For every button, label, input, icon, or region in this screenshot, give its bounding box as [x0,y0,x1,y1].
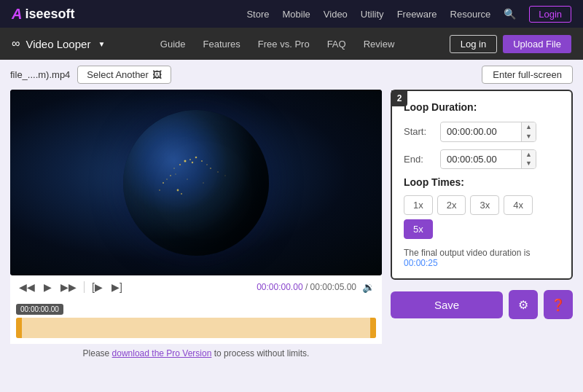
forward-button[interactable]: ▶▶ [59,280,78,294]
video-earth-display [10,90,382,275]
timeline-track[interactable] [16,318,376,338]
video-section: ◀◀ ▶ ▶▶ [▶ ▶] 00:00:00.00 / 00:00:05.00 … [10,90,382,386]
sub-nav-links: Guide Features Free vs. Pro FAQ Review [160,39,394,50]
svg-point-15 [224,175,225,176]
end-time-spinners: ▲ ▼ [521,150,536,169]
file-name: file_....m).mp4 [10,69,70,80]
sub-navigation: ∞ Video Looper ▼ Guide Features Free vs.… [0,28,583,60]
fullscreen-button[interactable]: Enter full-screen [482,66,573,84]
svg-point-1 [189,159,191,160]
help-button[interactable]: ❓ [544,290,573,319]
end-time-increment[interactable]: ▲ [522,150,536,160]
sub-nav-features[interactable]: Features [203,39,240,50]
file-toolbar: file_....m).mp4 Select Another 🖼 Enter f… [0,60,583,90]
download-suffix: to process without limits. [214,348,310,358]
start-label: Start: [404,126,433,137]
loop-times-options: 1x 2x 3x 4x 5x [404,195,560,239]
city-lights [123,110,269,256]
question-icon: ❓ [551,298,566,312]
svg-point-0 [184,160,187,162]
time-separator: / [305,282,308,292]
total-time: 00:00:05.00 [310,282,356,292]
svg-point-14 [166,179,168,180]
svg-point-10 [210,168,211,169]
file-info: file_....m).mp4 Select Another 🖼 [10,66,171,84]
end-time-decrement[interactable]: ▼ [522,159,536,168]
sub-nav-title: Video Looper [26,38,90,50]
svg-point-5 [195,156,197,158]
play-button[interactable]: ▶ [42,280,53,294]
svg-point-9 [175,173,176,174]
start-time-increment[interactable]: ▲ [522,122,536,132]
search-button[interactable]: 🔍 [504,8,516,20]
output-prefix: The final output video duration is [404,248,530,258]
loop-5x-button[interactable]: 5x [404,219,433,239]
timeline-time-label: 00:00:00.00 [16,304,63,315]
current-time: 00:00:00.00 [257,282,302,292]
end-time-input[interactable] [441,151,521,168]
nav-freeware[interactable]: Freeware [397,9,437,20]
svg-point-6 [201,160,203,162]
nav-utility[interactable]: Utility [361,9,384,20]
loop-times-title: Loop Times: [404,176,560,188]
top-nav-links: Store Mobile Video Utility Freeware Reso… [246,6,571,23]
svg-point-2 [179,164,181,165]
dropdown-arrow-icon[interactable]: ▼ [98,40,105,48]
svg-point-11 [217,171,219,173]
output-duration-value: 00:00:25 [404,258,438,268]
upload-file-button[interactable]: Upload File [503,35,571,53]
top-login-button[interactable]: Login [529,6,571,23]
start-time-decrement[interactable]: ▼ [522,132,536,141]
sub-nav-guide[interactable]: Guide [160,39,186,50]
svg-point-17 [181,193,182,195]
download-prefix: Please [83,348,112,358]
video-controls: ◀◀ ▶ ▶▶ [▶ ▶] 00:00:00.00 / 00:00:05.00 … [10,275,382,299]
download-notice: Please download the Pro Version to proce… [10,348,382,358]
timeline-area: 00:00:00.00 [10,299,382,344]
svg-point-16 [177,189,179,191]
nav-mobile[interactable]: Mobile [283,9,310,20]
monitor-icon: 🖼 [152,69,162,80]
sub-login-button[interactable]: Log in [450,35,497,53]
right-panel: 2 Loop Duration: Start: ▲ ▼ End: [391,90,573,386]
svg-point-4 [173,168,175,169]
nav-resource[interactable]: Resource [450,9,491,20]
save-bar: Save ⚙ ❓ [391,290,573,319]
start-time-row: Start: ▲ ▼ [404,122,560,142]
loop-duration-title: Loop Duration: [404,101,560,113]
download-pro-link[interactable]: download the Pro Version [112,348,212,358]
start-time-input[interactable] [441,123,521,140]
loop-settings-card: 2 Loop Duration: Start: ▲ ▼ End: [391,90,573,280]
logo-a: A [12,6,22,23]
sub-nav-review[interactable]: Review [364,39,395,50]
svg-point-7 [206,164,208,165]
earth-globe [123,110,269,256]
select-another-button[interactable]: Select Another 🖼 [77,66,171,84]
loop-2x-button[interactable]: 2x [437,195,466,215]
timeline-handle-right[interactable] [370,318,376,338]
sub-nav-free-vs-pro[interactable]: Free vs. Pro [258,39,310,50]
mark-out-button[interactable]: ▶] [110,280,124,294]
nav-video[interactable]: Video [324,9,348,20]
time-display: 00:00:00.00 / 00:00:05.00 [257,282,356,292]
timeline-handle-left[interactable] [16,318,22,338]
loop-1x-button[interactable]: 1x [404,195,433,215]
svg-point-13 [163,181,164,183]
logo-text: iseesoft [25,7,74,22]
loop-4x-button[interactable]: 4x [504,195,533,215]
save-button[interactable]: Save [391,291,503,318]
gear-icon: ⚙ [518,298,528,312]
loop-3x-button[interactable]: 3x [470,195,499,215]
select-another-label: Select Another [87,69,149,80]
mark-in-button[interactable]: [▶ [90,280,104,294]
nav-store[interactable]: Store [246,9,269,20]
sub-nav-left: ∞ Video Looper ▼ [12,37,105,50]
end-time-input-wrapper: ▲ ▼ [440,149,536,170]
logo: A iseesoft [12,6,74,23]
volume-icon[interactable]: 🔉 [362,281,375,293]
rewind-button[interactable]: ◀◀ [17,280,36,294]
sub-nav-faq[interactable]: FAQ [327,39,346,50]
settings-button[interactable]: ⚙ [509,290,538,319]
start-time-input-wrapper: ▲ ▼ [440,122,536,142]
svg-point-3 [192,161,193,162]
